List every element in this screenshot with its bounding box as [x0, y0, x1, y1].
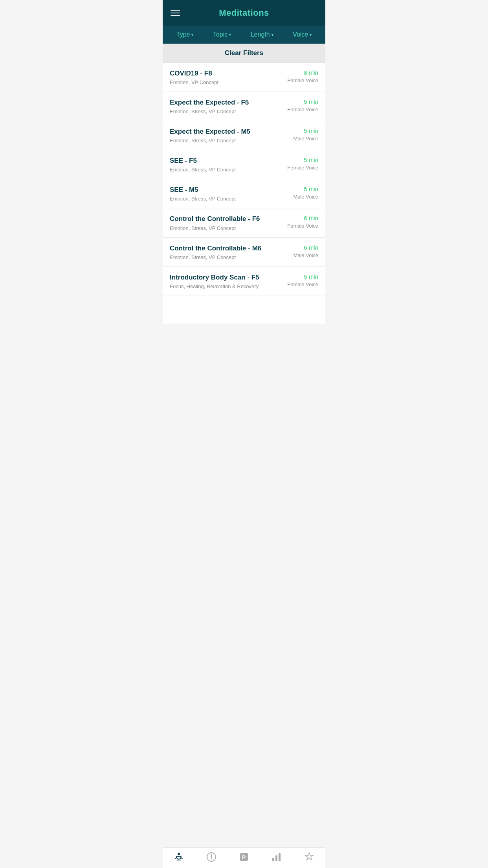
- meditation-item[interactable]: Introductory Body Scan - F5 Focus, Heali…: [163, 267, 325, 296]
- item-tags-0: Emotion, VP Concept: [170, 79, 279, 85]
- item-right-5: 6 min Female Voice: [283, 215, 318, 229]
- clear-filters-label: Clear Filters: [225, 49, 263, 57]
- topic-filter-button[interactable]: Topic ▾: [210, 31, 234, 38]
- page-title: Meditations: [219, 8, 269, 18]
- item-right-2: 5 min Male Voice: [283, 127, 318, 142]
- item-title-3: SEE - F5: [170, 156, 279, 165]
- meditation-item[interactable]: Control the Controllable - F6 Emotion, S…: [163, 208, 325, 237]
- item-right-4: 5 min Male Voice: [283, 186, 318, 200]
- meditation-item[interactable]: SEE - F5 Emotion, Stress, VP Concept 5 m…: [163, 150, 325, 179]
- item-voice-6: Male Voice: [283, 252, 318, 258]
- voice-chevron-icon: ▾: [310, 33, 312, 37]
- length-chevron-icon: ▾: [272, 33, 273, 37]
- item-right-0: 8 min Female Voice: [283, 69, 318, 83]
- item-voice-4: Male Voice: [283, 194, 318, 200]
- item-right-7: 5 min Female Voice: [283, 273, 318, 287]
- length-filter-label: Length: [251, 31, 270, 38]
- meditation-item[interactable]: COVID19 - F8 Emotion, VP Concept 8 min F…: [163, 63, 325, 92]
- item-duration-2: 5 min: [283, 127, 318, 134]
- item-tags-2: Emotion, Stress, VP Concept: [170, 138, 279, 143]
- item-left-0: COVID19 - F8 Emotion, VP Concept: [170, 69, 283, 85]
- meditation-item[interactable]: Control the Controllable - M6 Emotion, S…: [163, 238, 325, 267]
- voice-filter-label: Voice: [293, 31, 308, 38]
- item-duration-1: 5 min: [283, 98, 318, 105]
- meditation-item[interactable]: SEE - M5 Emotion, Stress, VP Concept 5 m…: [163, 179, 325, 208]
- item-tags-1: Emotion, Stress, VP Concept: [170, 108, 279, 114]
- item-tags-5: Emotion, Stress, VP Concept: [170, 225, 279, 231]
- item-voice-3: Female Voice: [283, 165, 318, 171]
- item-voice-7: Female Voice: [283, 281, 318, 287]
- item-left-1: Expect the Expected - F5 Emotion, Stress…: [170, 98, 283, 114]
- item-title-5: Control the Controllable - F6: [170, 215, 279, 223]
- item-duration-7: 5 min: [283, 273, 318, 280]
- item-title-7: Introductory Body Scan - F5: [170, 273, 279, 282]
- item-title-0: COVID19 - F8: [170, 69, 279, 78]
- app-header: Meditations: [163, 0, 325, 26]
- topic-chevron-icon: ▾: [229, 33, 231, 37]
- item-right-3: 5 min Female Voice: [283, 156, 318, 171]
- item-title-1: Expect the Expected - F5: [170, 98, 279, 107]
- topic-filter-label: Topic: [213, 31, 227, 38]
- item-left-3: SEE - F5 Emotion, Stress, VP Concept: [170, 156, 283, 173]
- item-left-7: Introductory Body Scan - F5 Focus, Heali…: [170, 273, 283, 289]
- item-duration-6: 6 min: [283, 244, 318, 251]
- item-duration-3: 5 min: [283, 156, 318, 163]
- meditation-list: COVID19 - F8 Emotion, VP Concept 8 min F…: [163, 63, 325, 324]
- clear-filters-bar[interactable]: Clear Filters: [163, 44, 325, 63]
- item-tags-6: Emotion, Stress, VP Concept: [170, 254, 279, 260]
- item-voice-1: Female Voice: [283, 107, 318, 112]
- item-title-6: Control the Controllable - M6: [170, 244, 279, 253]
- item-right-6: 6 min Male Voice: [283, 244, 318, 258]
- type-filter-label: Type: [176, 31, 190, 38]
- type-filter-button[interactable]: Type ▾: [173, 31, 197, 38]
- menu-button[interactable]: [171, 10, 180, 16]
- voice-filter-button[interactable]: Voice ▾: [290, 31, 315, 38]
- filter-bar: Type ▾ Topic ▾ Length ▾ Voice ▾: [163, 26, 325, 44]
- item-right-1: 5 min Female Voice: [283, 98, 318, 112]
- meditation-item[interactable]: Expect the Expected - F5 Emotion, Stress…: [163, 92, 325, 121]
- meditation-item[interactable]: Expect the Expected - M5 Emotion, Stress…: [163, 121, 325, 150]
- item-tags-3: Emotion, Stress, VP Concept: [170, 167, 279, 173]
- item-left-2: Expect the Expected - M5 Emotion, Stress…: [170, 127, 283, 143]
- item-title-4: SEE - M5: [170, 186, 279, 194]
- item-duration-0: 8 min: [283, 69, 318, 76]
- item-voice-2: Male Voice: [283, 136, 318, 142]
- item-voice-0: Female Voice: [283, 77, 318, 83]
- item-left-6: Control the Controllable - M6 Emotion, S…: [170, 244, 283, 260]
- item-title-2: Expect the Expected - M5: [170, 127, 279, 136]
- item-left-5: Control the Controllable - F6 Emotion, S…: [170, 215, 283, 231]
- item-tags-7: Focus, Healing, Relaxation & Recovery: [170, 283, 279, 289]
- item-duration-4: 5 min: [283, 186, 318, 192]
- type-chevron-icon: ▾: [191, 33, 193, 37]
- length-filter-button[interactable]: Length ▾: [248, 31, 277, 38]
- item-voice-5: Female Voice: [283, 223, 318, 229]
- item-left-4: SEE - M5 Emotion, Stress, VP Concept: [170, 186, 283, 202]
- item-duration-5: 6 min: [283, 215, 318, 221]
- item-tags-4: Emotion, Stress, VP Concept: [170, 196, 279, 202]
